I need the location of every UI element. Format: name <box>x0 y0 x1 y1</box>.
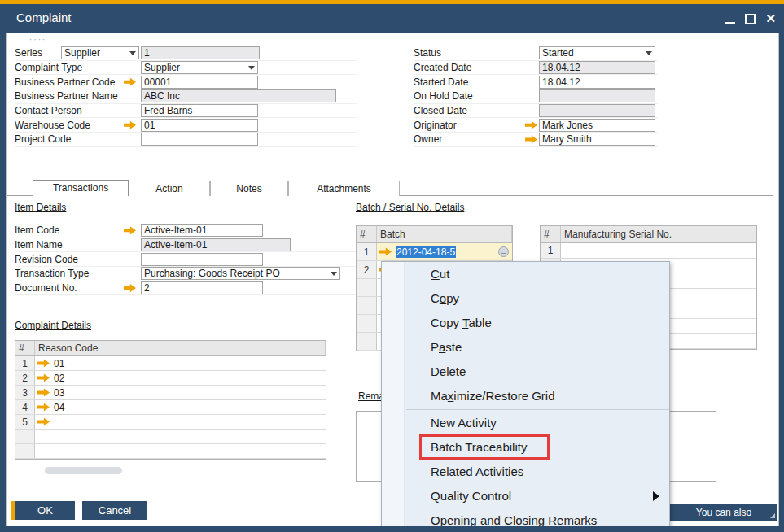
link-arrow-icon[interactable] <box>379 247 392 256</box>
value-cell[interactable] <box>35 430 326 443</box>
row-number-cell[interactable]: 3 <box>15 386 35 399</box>
menu-item-copy[interactable]: Copy <box>382 286 669 311</box>
form-row-status: Status Started <box>414 46 658 61</box>
horizontal-scrollbar[interactable] <box>45 467 122 474</box>
row-number-cell[interactable]: 5 <box>15 415 35 429</box>
tab-transactions[interactable]: Transactions <box>33 180 129 196</box>
row-number-cell[interactable]: 2 <box>15 371 35 385</box>
item-name-field[interactable] <box>141 238 291 251</box>
link-arrow-icon[interactable] <box>124 77 136 86</box>
value-cell[interactable] <box>35 444 326 458</box>
form-row-on-hold-date: On Hold Date <box>414 89 658 104</box>
cell-text: 02 <box>54 373 64 384</box>
batch-serial-details-header: Batch / Serial No. Details <box>356 202 464 213</box>
link-arrow-icon[interactable] <box>525 120 537 129</box>
warehouse-code-label: Warehouse Code <box>15 120 124 131</box>
you-can-also-button[interactable]: You can also <box>670 504 777 521</box>
submenu-arrow-icon <box>653 491 659 501</box>
link-arrow-icon[interactable] <box>37 359 50 368</box>
row-number-cell[interactable]: 4 <box>15 400 35 414</box>
row-number-cell[interactable]: 1 <box>15 356 35 370</box>
row-number-cell[interactable] <box>357 297 377 314</box>
bp-code-label: Business Partner Code <box>15 76 124 88</box>
value-cell[interactable] <box>35 415 326 429</box>
bp-code-field[interactable] <box>141 76 258 89</box>
row-number-cell[interactable] <box>357 315 377 332</box>
row-number-cell[interactable] <box>357 279 377 296</box>
form-row-item-code: Item Code <box>15 224 365 238</box>
form-row-revision-code: Revision Code <box>15 252 365 267</box>
window-title: Complaint <box>16 11 72 24</box>
link-arrow-icon[interactable] <box>37 403 50 412</box>
link-arrow-icon[interactable] <box>124 284 136 293</box>
owner-field[interactable] <box>539 133 655 146</box>
link-arrow-icon[interactable] <box>525 135 537 144</box>
contact-person-field[interactable] <box>141 104 258 117</box>
row-number-cell[interactable] <box>357 333 377 350</box>
series-number-field[interactable] <box>141 46 260 59</box>
tab-notes[interactable]: Notes <box>210 181 288 196</box>
menu-item-paste[interactable]: Paste <box>382 335 669 360</box>
menu-item-batch-traceability[interactable]: Batch Traceability <box>382 435 669 460</box>
created-date-field[interactable] <box>539 61 655 74</box>
close-icon[interactable]: ✕ <box>765 12 776 25</box>
value-cell[interactable] <box>561 243 756 258</box>
menu-item-maximize-restore-grid[interactable]: Maximize/Restore Grid <box>382 384 669 408</box>
link-arrow-icon[interactable] <box>37 388 50 397</box>
row-number-cell[interactable]: 1 <box>541 243 561 258</box>
series-dropdown[interactable]: Supplier <box>61 46 139 59</box>
originator-label: Originator <box>414 120 525 131</box>
form-row-bp-code: Business Partner Code <box>15 75 357 89</box>
on-hold-date-label: On Hold Date <box>414 90 525 102</box>
link-arrow-icon[interactable] <box>37 417 50 426</box>
row-number-cell[interactable]: 1 <box>357 243 377 260</box>
menu-item-delete[interactable]: Delete <box>382 360 669 384</box>
selected-cell-text[interactable]: 2012-04-18-5 <box>396 246 456 258</box>
originator-field[interactable] <box>539 119 655 132</box>
menu-item-opening-and-closing-remarks[interactable]: Opening and Closing Remarks <box>382 508 669 527</box>
form-row-originator: Originator <box>414 118 658 133</box>
row-number-cell[interactable] <box>15 444 35 458</box>
ok-button[interactable]: OK <box>11 501 75 520</box>
item-code-field[interactable] <box>141 224 263 237</box>
closed-date-field[interactable] <box>539 104 655 117</box>
choose-from-list-icon[interactable] <box>498 246 509 257</box>
minimize-icon[interactable] <box>725 22 735 24</box>
menu-item-new-activity[interactable]: New Activity <box>382 411 669 435</box>
link-arrow-icon[interactable] <box>124 226 136 235</box>
row-number-cell[interactable] <box>15 430 35 443</box>
created-date-label: Created Date <box>414 62 525 73</box>
tab-action[interactable]: Action <box>129 181 210 196</box>
menu-item-copy-table[interactable]: Copy Table <box>382 311 669 335</box>
menu-item-cut[interactable]: Cut <box>382 262 669 286</box>
table-row: 101 <box>15 356 326 371</box>
bp-name-label: Business Partner Name <box>15 90 124 102</box>
link-arrow-icon[interactable] <box>37 373 50 382</box>
tab-attachments[interactable]: Attachments <box>288 181 400 196</box>
value-cell[interactable]: 2012-04-18-5 <box>377 243 512 260</box>
window-border-right <box>778 33 784 532</box>
menu-item-related-activities[interactable]: Related Activities <box>382 460 669 484</box>
on-hold-date-field[interactable] <box>539 89 655 102</box>
link-arrow-icon[interactable] <box>124 120 136 129</box>
bp-name-field[interactable] <box>141 89 336 102</box>
corner-fold-icon <box>770 513 775 518</box>
value-cell[interactable]: 03 <box>35 386 326 399</box>
document-no-field[interactable] <box>141 281 263 294</box>
project-code-field[interactable] <box>141 133 258 146</box>
started-date-field[interactable] <box>539 76 655 89</box>
warehouse-code-field[interactable] <box>141 119 258 132</box>
row-number-cell[interactable]: 2 <box>357 261 377 278</box>
cancel-button[interactable]: Cancel <box>82 501 147 520</box>
revision-code-field[interactable] <box>141 253 263 266</box>
value-cell[interactable]: 04 <box>35 400 326 414</box>
form-row-created-date: Created Date <box>414 61 658 76</box>
menu-item-quality-control[interactable]: Quality Control <box>382 484 669 508</box>
value-cell[interactable]: 01 <box>35 356 326 370</box>
table-row: 303 <box>15 386 326 400</box>
status-dropdown[interactable]: Started <box>539 46 655 59</box>
value-cell[interactable]: 02 <box>35 371 326 385</box>
complaint-type-dropdown[interactable]: Supplier <box>141 61 258 74</box>
transaction-type-dropdown[interactable]: Purchasing: Goods Receipt PO <box>141 267 340 280</box>
maximize-icon[interactable] <box>745 14 756 24</box>
